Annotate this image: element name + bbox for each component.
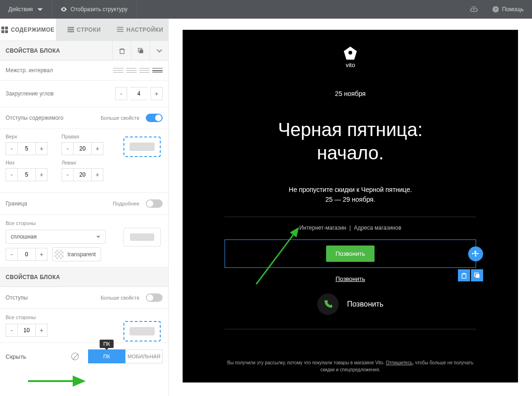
- line-spacing-label: Межстр. интервал: [6, 67, 53, 74]
- email-headline: Черная пятница: начало.: [278, 118, 423, 164]
- selected-block[interactable]: Позвонить: [225, 239, 476, 268]
- tab-settings[interactable]: НАСТРОЙКИ: [112, 19, 168, 41]
- border-color-picker[interactable]: transparent: [52, 247, 101, 261]
- divider-2: [225, 329, 476, 329]
- block-duplicate[interactable]: [471, 269, 483, 281]
- svg-rect-2: [1, 27, 4, 29]
- border-style-value: сплошная: [11, 233, 37, 240]
- device-mobile[interactable]: МОБИЛЬНАЯ: [125, 349, 163, 363]
- pad-bot-dec[interactable]: -: [6, 168, 18, 181]
- cloud-icon: [470, 5, 478, 14]
- detail-label: Подробнее: [113, 201, 139, 206]
- pad-left-label: Левая: [61, 160, 103, 165]
- cloud-save-button[interactable]: [464, 0, 484, 19]
- delete-button[interactable]: [112, 41, 131, 61]
- section-title: СВОЙСТВА БЛОКА: [6, 48, 60, 54]
- email-canvas: vito 25 ноября Черная пятница: начало. Н…: [169, 19, 532, 396]
- help-label: Помощь: [502, 6, 524, 13]
- svg-text:?: ?: [494, 7, 497, 12]
- more-props-toggle[interactable]: [146, 114, 163, 122]
- padding-preview: [123, 137, 161, 157]
- actions-dropdown[interactable]: Действия: [0, 0, 52, 19]
- line-height-opt-3[interactable]: [139, 68, 150, 73]
- structure-label: Отобразить структуру: [71, 6, 128, 13]
- pk-tooltip: ПК: [100, 340, 114, 348]
- margins-more-toggle[interactable]: [146, 294, 163, 302]
- call-link[interactable]: Позвонить: [335, 275, 365, 282]
- border-w-inc[interactable]: +: [35, 248, 48, 261]
- chevron-down-icon: [96, 234, 101, 239]
- line-height-opt-4[interactable]: [152, 68, 163, 73]
- svg-rect-3: [5, 27, 8, 29]
- call-icon-row: Позвонить: [317, 294, 383, 315]
- show-structure-button[interactable]: Отобразить структуру: [52, 0, 136, 19]
- border-w-dec[interactable]: -: [6, 248, 18, 261]
- margin-all-sides-label: Все стороны: [6, 314, 163, 320]
- top-toolbar: Действия Отобразить структуру ? Помощь: [0, 0, 532, 19]
- help-button[interactable]: ? Помощь: [484, 6, 532, 13]
- pad-bot-input[interactable]: [18, 168, 35, 181]
- chevron-down-icon: [37, 6, 43, 13]
- move-handle[interactable]: [468, 246, 483, 261]
- content-padding-row: Отступы содержимого Больше свойств: [0, 107, 168, 129]
- detail-toggle[interactable]: [146, 199, 163, 208]
- more-props-label: Больше свойств: [101, 115, 139, 121]
- footer-links: Интернет-магазин | Адреса магазинов: [299, 225, 401, 231]
- pad-top-dec[interactable]: -: [6, 142, 18, 155]
- sidebar-tabs: СОДЕРЖИМОЕ СТРОКИ НАСТРОЙКИ: [0, 19, 168, 41]
- margin-input[interactable]: [18, 324, 35, 337]
- eye-icon: [61, 6, 67, 13]
- pad-left-inc[interactable]: +: [91, 168, 103, 181]
- duplicate-button[interactable]: [131, 41, 150, 61]
- device-desktop[interactable]: ПК ПК: [88, 349, 125, 363]
- line-spacing-row: Межстр. интервал: [0, 61, 168, 81]
- border-row: Граница Подробнее: [0, 193, 168, 215]
- radius-input[interactable]: [130, 87, 148, 100]
- brand-logo-icon: [344, 47, 357, 60]
- more-props-label-2: Больше свойств: [101, 295, 139, 300]
- cancel-icon: [71, 353, 79, 360]
- email-subtext: Не пропустите скидки к Черной пятнице. 2…: [289, 185, 412, 205]
- svg-rect-13: [139, 49, 143, 53]
- pad-left-dec[interactable]: -: [61, 168, 74, 181]
- pad-left-input[interactable]: [74, 168, 91, 181]
- tab-content-label: СОДЕРЖИМОЕ: [11, 27, 55, 33]
- pad-right-input[interactable]: [74, 142, 91, 155]
- pad-top-label: Верх: [6, 134, 48, 139]
- move-icon: [471, 250, 480, 258]
- line-height-opt-1[interactable]: [113, 68, 123, 73]
- email-preview: vito 25 ноября Черная пятница: начало. Н…: [183, 30, 518, 382]
- border-radius-row: Закругление углов - +: [0, 81, 168, 107]
- tab-content[interactable]: СОДЕРЖИМОЕ: [0, 19, 56, 41]
- svg-rect-4: [1, 30, 4, 33]
- pad-right-inc[interactable]: +: [91, 142, 103, 155]
- margin-dec[interactable]: -: [6, 324, 18, 337]
- link-stores[interactable]: Адреса магазинов: [354, 225, 402, 231]
- radius-increment[interactable]: +: [150, 87, 163, 100]
- pad-top-input[interactable]: [18, 142, 35, 155]
- radius-decrement[interactable]: -: [115, 87, 127, 100]
- border-style-select[interactable]: сплошная: [6, 230, 106, 244]
- email-footer: Вы получили эту рассылку, потому что пок…: [225, 359, 476, 373]
- phone-circle[interactable]: [317, 294, 339, 315]
- section-title-2: СВОЙСТВА БЛОКА: [6, 274, 60, 280]
- unsubscribe-link[interactable]: Отпишитесь: [386, 360, 412, 365]
- border-preview: [123, 228, 161, 246]
- pad-top-inc[interactable]: +: [35, 142, 48, 155]
- actions-label: Действия: [8, 6, 33, 13]
- rows-icon: [68, 27, 74, 33]
- pad-right-dec[interactable]: -: [61, 142, 74, 155]
- block-delete[interactable]: [458, 269, 470, 281]
- call-button[interactable]: Позвонить: [326, 246, 375, 262]
- content-padding-label: Отступы содержимого: [6, 115, 63, 121]
- block-properties-header: СВОЙСТВА БЛОКА: [0, 41, 168, 61]
- phone-icon: [323, 299, 333, 309]
- pad-bot-inc[interactable]: +: [35, 168, 48, 181]
- tab-rows[interactable]: СТРОКИ: [56, 19, 112, 41]
- collapse-button[interactable]: [150, 41, 168, 61]
- link-shop[interactable]: Интернет-магазин: [299, 225, 346, 231]
- line-height-opt-2[interactable]: [126, 68, 136, 73]
- trash-icon: [461, 272, 467, 279]
- margin-inc[interactable]: +: [35, 324, 48, 337]
- border-w-input[interactable]: [18, 248, 35, 261]
